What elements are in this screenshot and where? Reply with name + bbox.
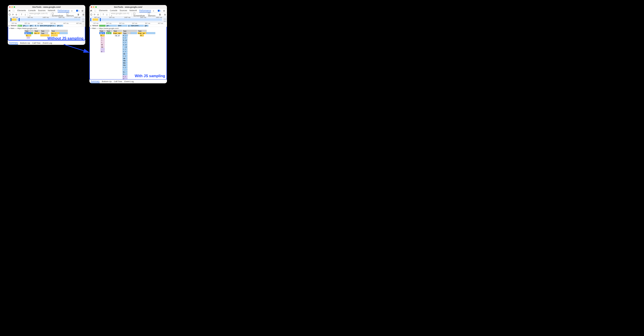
inspect-icon[interactable]: ◩ — [9, 9, 11, 12]
flame-entry[interactable]: d — [122, 78, 128, 79]
flame-entry[interactable]: (a…s) — [115, 34, 120, 36]
network-entry[interactable]: n… — [37, 25, 39, 27]
disclosure-triangle-icon[interactable]: ▼ — [9, 28, 10, 29]
zoom-icon[interactable] — [95, 6, 97, 8]
flame-entry[interactable]: t…r — [122, 75, 128, 77]
details-tab-bottom-up[interactable]: Bottom-Up — [102, 80, 112, 83]
flame-entry[interactable]: _… — [122, 68, 128, 71]
clear-button[interactable]: ⊘ — [97, 13, 100, 16]
network-entry[interactable]: gen… — [106, 25, 117, 27]
disclosure-triangle-icon[interactable]: ▼ — [90, 28, 92, 29]
screenshots-checkbox[interactable]: Screenshots — [52, 12, 65, 17]
flame-entry[interactable]: Eval…ipt — [138, 32, 146, 34]
flame-entry[interactable]: Task — [138, 30, 147, 32]
upload-button[interactable]: ⤒ — [102, 13, 104, 16]
network-entry[interactable]: client — [118, 25, 128, 27]
disclosure-triangle-icon[interactable]: ▶ — [90, 25, 92, 26]
reload-button[interactable]: ⟳ — [12, 13, 14, 16]
inspect-icon[interactable]: ◩ — [90, 9, 92, 12]
flame-entry[interactable]: ea — [100, 46, 105, 48]
gc-icon[interactable]: 🗑 — [77, 13, 80, 16]
details-tab-bottom-up[interactable]: Bottom-Up — [20, 42, 30, 44]
flame-entry[interactable]: Task — [40, 32, 48, 34]
flame-entry[interactable]: Task — [122, 32, 131, 34]
upload-button[interactable]: ⤒ — [20, 13, 23, 16]
tab-console[interactable]: Console — [28, 9, 36, 12]
flame-entry[interactable]: _…a — [122, 46, 128, 48]
flame-entry[interactable]: (…) — [122, 66, 128, 68]
flame-entry[interactable] — [31, 32, 33, 34]
flame-entry[interactable] — [60, 32, 68, 34]
screenshots-checkbox[interactable]: Screenshots — [134, 12, 147, 17]
close-icon[interactable] — [9, 6, 10, 8]
flame-entry[interactable]: Task — [99, 30, 106, 32]
tabs-overflow-icon[interactable]: » — [71, 9, 72, 12]
tab-performance[interactable]: Performance — [58, 9, 70, 12]
flame-entry[interactable]: Pa…L — [24, 32, 31, 34]
flame-entry[interactable]: vla — [122, 57, 128, 59]
network-entry[interactable]: hpba (www.google.co… — [40, 25, 56, 27]
disclosure-triangle-icon[interactable]: ▶ — [9, 25, 10, 26]
overview-thumb[interactable] — [11, 18, 19, 21]
flame-entry[interactable]: p — [100, 50, 105, 52]
flame-entry[interactable]: X… — [122, 73, 128, 75]
close-icon[interactable] — [91, 6, 92, 8]
main-track-header[interactable]: ▼ Main — https://www.google.com/ — [90, 27, 167, 30]
flame-entry[interactable] — [131, 32, 137, 34]
flame-entry[interactable] — [40, 34, 50, 36]
flame-entry[interactable]: Task — [113, 30, 122, 32]
flame-entry[interactable] — [100, 48, 105, 50]
perf-settings-icon[interactable]: ⚙ — [164, 13, 166, 16]
network-track[interactable]: ▶ Network goo…gen_…gen…cl…n…hpba (www.go… — [8, 24, 85, 27]
traffic-lights[interactable] — [91, 6, 97, 8]
flame-entry[interactable] — [51, 34, 58, 36]
tab-sources[interactable]: Sources — [38, 9, 46, 12]
tab-elements[interactable]: Elements — [99, 9, 108, 12]
timeline-overview[interactable]: 497 ms997 ms1497 ms1997 ms2497 ms CPU NE… — [8, 17, 85, 22]
reload-button[interactable]: ⟳ — [94, 13, 96, 16]
flame-entry[interactable]: (… — [100, 39, 105, 41]
flame-entry[interactable]: Pa…L — [99, 32, 105, 34]
details-tab-summary[interactable]: Summary — [9, 42, 18, 45]
flame-entry[interactable]: W — [100, 43, 105, 45]
traffic-lights[interactable] — [9, 6, 15, 8]
tabs-overflow-icon[interactable]: » — [153, 9, 154, 12]
memory-checkbox[interactable]: Memory — [66, 12, 76, 17]
tab-console[interactable]: Console — [110, 9, 118, 12]
device-icon[interactable]: ⬚ — [12, 9, 14, 12]
flame-entry[interactable]: (…) — [122, 41, 128, 43]
flame-entry[interactable]: Kla — [122, 64, 128, 66]
settings-icon[interactable]: ⚙ — [163, 9, 165, 12]
gc-icon[interactable]: 🗑 — [159, 13, 161, 16]
flame-entry[interactable]: Task — [40, 30, 50, 32]
flame-entry[interactable]: F…l — [122, 34, 128, 36]
flame-chart[interactable]: ▼ Main — https://www.google.com/ TaskTas… — [90, 27, 167, 79]
settings-icon[interactable]: ⚙ — [82, 9, 84, 12]
timeline-overview[interactable]: 497 ms997 ms1497 ms1997 ms2497 ms CPU NE… — [90, 17, 167, 22]
network-entry[interactable]: g… hpba (www… — [128, 25, 144, 27]
issues-badge[interactable]: 1 — [76, 9, 80, 12]
device-icon[interactable]: ⬚ — [94, 9, 96, 12]
flame-entry[interactable]: R… — [140, 34, 144, 36]
record-button[interactable] — [90, 14, 92, 15]
flame-entry[interactable]: (… — [100, 41, 105, 43]
timeline-ruler[interactable]: 247 ms297 ms347 ms397 ms447 ms497 ms — [8, 22, 85, 24]
timeline-ruler[interactable]: 197 ms247 ms297 ms347 ms397 ms447 ms — [90, 22, 167, 24]
tab-elements[interactable]: Elements — [17, 9, 26, 12]
flame-entry[interactable]: Task — [122, 30, 137, 32]
details-tab-call-tree[interactable]: Call Tree — [114, 80, 122, 83]
network-entry[interactable] — [99, 25, 106, 27]
details-tab-call-tree[interactable]: Call Tree — [32, 42, 40, 44]
flame-entry[interactable] — [146, 32, 155, 34]
network-entry[interactable]: gen_2… — [57, 25, 63, 27]
issues-badge[interactable]: 1 — [158, 9, 161, 12]
main-track-header[interactable]: ▼ Main — https://www.google.com/ — [8, 27, 85, 30]
tab-performance[interactable]: Performance — [139, 9, 151, 12]
flame-entry[interactable]: (…) — [122, 55, 128, 57]
network-entry[interactable]: goo… — [18, 25, 22, 27]
details-tab-event-log[interactable]: Event Log — [43, 42, 52, 44]
flame-entry[interactable]: N… — [122, 71, 128, 73]
flame-entry[interactable]: C…t — [106, 32, 112, 34]
flame-entry[interactable]: Ev…t — [34, 32, 40, 34]
zoom-icon[interactable] — [14, 6, 15, 8]
